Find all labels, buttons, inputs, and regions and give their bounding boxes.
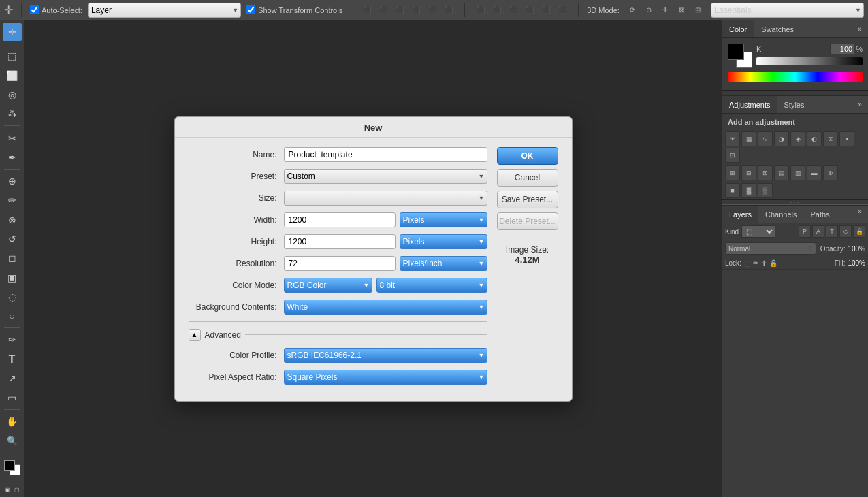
lock-pixels-icon[interactable]: ✏ (753, 259, 758, 267)
dist-middle-icon[interactable]: ⬛ (539, 3, 553, 18)
clone-tool-button[interactable]: ⊗ (3, 210, 22, 228)
zoom-tool-button[interactable]: 🔍 (3, 432, 22, 450)
height-unit-wrapper[interactable]: Pixels Inches ▼ (400, 234, 487, 249)
advanced-toggle-button[interactable]: ▲ (189, 329, 201, 341)
quick-mask-button[interactable]: ▣ (3, 482, 12, 497)
fg-bg-swatch[interactable] (3, 459, 22, 477)
crop-tool-button[interactable]: ✂ (3, 129, 22, 146)
preset-select[interactable]: Custom Default Photoshop Size U.S. Paper… (284, 169, 487, 184)
resolution-unit-wrapper[interactable]: Pixels/Inch Pixels/Centimeter ▼ (400, 256, 487, 271)
threshold-adj-icon[interactable]: ▥ (790, 165, 805, 180)
type-tool-button[interactable]: T (3, 351, 22, 368)
eraser-tool-button[interactable]: ◻ (3, 249, 22, 267)
align-left-icon[interactable]: ⬛ (359, 3, 374, 18)
styles-tab[interactable]: Styles (777, 96, 811, 113)
resolution-unit-select[interactable]: Pixels/Inch Pixels/Centimeter (400, 256, 487, 271)
brightness-adj-icon[interactable]: ☀ (725, 131, 740, 146)
paths-tab[interactable]: Paths (804, 206, 837, 223)
color-balance-adj-icon[interactable]: ⧖ (823, 131, 838, 146)
posterize-adj-icon[interactable]: ▤ (774, 165, 789, 180)
hand-tool-button[interactable]: ✋ (3, 413, 22, 430)
marquee-tool-button[interactable]: ⬜ (3, 67, 22, 84)
workspace-select[interactable]: Essentials Design Painting (711, 3, 864, 18)
levels-adj-icon[interactable]: ▦ (741, 131, 756, 146)
size-select-wrapper[interactable]: ▼ (284, 191, 487, 206)
width-unit-wrapper[interactable]: Pixels Inches Centimeters Millimeters ▼ (400, 212, 487, 227)
color-profile-wrapper[interactable]: sRGB IEC61966-2.1 Adobe RGB (1998) ProPh… (284, 348, 487, 363)
ok-button[interactable]: OK (497, 147, 558, 165)
pixel-ratio-select[interactable]: Square Pixels D1/DV NTSC (0.91) D1/DV PA… (284, 370, 487, 385)
curves-adj-icon[interactable]: ∿ (758, 131, 773, 146)
width-input[interactable] (284, 212, 396, 227)
blend-mode-select[interactable]: Normal Multiply Screen Overlay (725, 242, 816, 255)
3d-slide-icon[interactable]: ⊠ (674, 3, 689, 18)
background-select[interactable]: White Background Color Transparent (284, 300, 487, 315)
color-tab[interactable]: Color (722, 20, 754, 37)
bit-depth-select[interactable]: 8 bit 16 bit 32 bit (376, 278, 487, 293)
filter-smart-icon[interactable]: 🔒 (853, 225, 865, 238)
filter-shape-icon[interactable]: ◇ (839, 225, 852, 238)
history-tool-button[interactable]: ↺ (3, 230, 22, 248)
auto-select-checkbox[interactable] (30, 5, 39, 14)
dist-left-icon[interactable]: ⬛ (473, 3, 488, 18)
dist-right-icon[interactable]: ⬛ (506, 3, 521, 18)
color-lookup-adj-icon[interactable]: ⊟ (741, 165, 756, 180)
name-input[interactable] (284, 147, 487, 162)
exposure-adj-icon[interactable]: ◑ (774, 131, 789, 146)
artboard-tool-button[interactable]: ⬚ (3, 47, 22, 65)
k-value-input[interactable] (830, 44, 854, 54)
auto-select-select[interactable]: Layer Group (88, 3, 241, 18)
photo-filter-adj-icon[interactable]: ⊡ (725, 148, 740, 163)
resolution-input[interactable] (284, 256, 396, 271)
lock-position-icon[interactable]: ✛ (761, 259, 767, 267)
pixel-ratio-wrapper[interactable]: Square Pixels D1/DV NTSC (0.91) D1/DV PA… (284, 370, 487, 385)
lock-transparent-icon[interactable]: ⬚ (744, 259, 750, 267)
layers-tab[interactable]: Layers (722, 206, 758, 223)
panel-resize-handle-2[interactable] (722, 199, 868, 205)
screen-mode-button[interactable]: ▢ (13, 482, 21, 497)
kind-select[interactable]: ⬚ (741, 225, 775, 238)
gradient-map-adj-icon[interactable]: ▬ (807, 165, 822, 180)
align-right-icon[interactable]: ⬛ (392, 3, 407, 18)
3d-rotate-icon[interactable]: ⟳ (625, 3, 640, 18)
auto-select-select-wrapper[interactable]: Layer Group ▼ (88, 3, 241, 18)
height-unit-select[interactable]: Pixels Inches (400, 234, 487, 249)
gradient-tool-button[interactable]: ▣ (3, 268, 22, 286)
blur-tool-button[interactable]: ◌ (3, 288, 22, 306)
fg-color-swatch[interactable] (4, 460, 15, 471)
gradient-fill-adj-icon[interactable]: ▓ (741, 183, 756, 198)
bw-adj-icon[interactable]: ▪ (839, 131, 854, 146)
adjustments-tab[interactable]: Adjustments (722, 96, 777, 113)
align-middle-icon[interactable]: ⬛ (425, 3, 440, 18)
swatches-tab[interactable]: Swatches (754, 20, 801, 37)
background-wrapper[interactable]: White Background Color Transparent ▼ (284, 300, 487, 315)
layers-panel-collapse[interactable]: » (854, 206, 865, 217)
lock-all-icon[interactable]: 🔒 (769, 259, 777, 267)
adjustments-panel-collapse[interactable]: » (854, 99, 865, 110)
fg-swatch[interactable] (728, 44, 744, 60)
solid-fill-adj-icon[interactable]: ■ (725, 183, 740, 198)
save-preset-button[interactable]: Save Preset... (497, 191, 558, 208)
spot-heal-tool-button[interactable]: ⊕ (3, 172, 22, 190)
color-panel-collapse[interactable]: » (854, 24, 865, 35)
3d-scale-icon[interactable]: ⊞ (690, 3, 705, 18)
selective-color-adj-icon[interactable]: ⊗ (823, 165, 838, 180)
lasso-tool-button[interactable]: ◎ (3, 86, 22, 103)
channel-mixer-adj-icon[interactable]: ⊞ (725, 165, 740, 180)
filter-adj-icon[interactable]: A (812, 225, 824, 238)
wand-tool-button[interactable]: ⁂ (3, 105, 22, 123)
color-mode-select[interactable]: RGB Color CMYK Color Grayscale Lab Color… (284, 278, 372, 293)
dist-top-icon[interactable]: ⬛ (522, 3, 537, 18)
3d-pan-icon[interactable]: ✛ (658, 3, 673, 18)
cancel-button[interactable]: Cancel (497, 169, 558, 187)
brush-tool-button[interactable]: ✏ (3, 191, 22, 209)
dist-center-icon[interactable]: ⬛ (489, 3, 504, 18)
show-transform-checkbox[interactable] (246, 5, 255, 14)
bit-depth-wrapper[interactable]: 8 bit 16 bit 32 bit ▼ (376, 278, 487, 293)
panel-resize-handle-1[interactable] (722, 90, 868, 95)
delete-preset-button[interactable]: Delete Preset... (497, 212, 558, 230)
preset-select-wrapper[interactable]: Custom Default Photoshop Size U.S. Paper… (284, 169, 487, 184)
height-input[interactable] (284, 234, 396, 249)
color-spectrum-bar[interactable] (728, 72, 863, 82)
filter-type-icon[interactable]: T (826, 225, 838, 238)
